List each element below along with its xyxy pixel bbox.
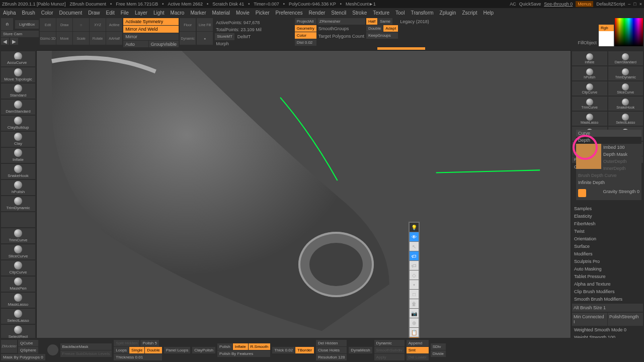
r-brush-slicecurve[interactable]: SliceCurve xyxy=(608,81,643,96)
geometry-button[interactable]: Geometry xyxy=(295,25,316,32)
brush-move-topo[interactable]: Move Topologic xyxy=(1,67,35,82)
symmetry-button[interactable]: Activate Symmetry xyxy=(123,18,179,25)
menus-button[interactable]: Menus xyxy=(576,1,593,7)
paste-icon[interactable]: 📋 xyxy=(410,328,419,337)
section-automasking[interactable]: Auto Masking xyxy=(572,265,643,273)
r-brush-trimcurve[interactable]: TrimCurve xyxy=(572,97,607,111)
brush-clipcurve[interactable]: ClipCurve xyxy=(1,260,35,276)
dynamic-button[interactable]: Dynamic xyxy=(180,32,196,45)
maximize-icon[interactable]: □ xyxy=(633,2,636,7)
lightbulb-icon[interactable]: 💡 xyxy=(410,223,419,232)
resolution-slider[interactable]: Resolution 128 xyxy=(316,354,347,360)
edit-tool[interactable]: Edit xyxy=(40,18,56,31)
minimize-icon[interactable]: – xyxy=(628,2,630,7)
prev-button[interactable]: ◀ xyxy=(1,38,9,45)
actline-tool[interactable]: Actline xyxy=(106,18,122,31)
menu-movie[interactable]: Movie xyxy=(236,10,250,16)
r-brush-damstandard[interactable]: DamStandard xyxy=(608,51,643,65)
r-brush-selectlasso[interactable]: SelectLasso xyxy=(608,112,643,126)
menu-layer[interactable]: Layer xyxy=(135,10,147,16)
gravity-slider[interactable]: Gravity Strength 0 xyxy=(603,189,639,197)
brush-snakehook[interactable]: SnakeHook xyxy=(1,164,35,179)
backface-button[interactable]: BackfaceMask xyxy=(60,343,112,350)
target-icon[interactable]: ⊕ xyxy=(410,318,419,327)
move-tool[interactable]: Move xyxy=(56,32,72,45)
loops-button[interactable]: Loops xyxy=(114,347,129,353)
xyz-tool[interactable]: XYZ xyxy=(90,18,106,31)
color-swatch[interactable] xyxy=(599,31,614,46)
section-sculptris[interactable]: Sculptris Pro xyxy=(572,258,643,265)
floor-button[interactable]: Floor xyxy=(180,18,196,31)
section-modifiers[interactable]: Modifiers xyxy=(572,250,643,257)
eraser-icon[interactable]: ◇ xyxy=(410,270,419,280)
quicksave-button[interactable]: QuickSave xyxy=(519,2,541,7)
brush-standard[interactable]: Standard xyxy=(1,83,35,99)
storemt-button[interactable]: StoreMT xyxy=(215,33,234,40)
menu-help[interactable]: Help xyxy=(483,10,494,16)
zremesher-button[interactable]: ZRemesher xyxy=(317,18,365,25)
menu-transform[interactable]: Transform xyxy=(411,10,433,16)
linefill-button[interactable]: Line Fill xyxy=(197,18,213,31)
storecam-button[interactable]: Store Cam xyxy=(1,31,39,37)
polish-slider[interactable]: Polish 5 xyxy=(140,340,158,346)
slider-bar[interactable] xyxy=(377,47,425,50)
next-button[interactable]: ▶ xyxy=(10,38,18,45)
rgb-button[interactable]: Rgb xyxy=(599,25,614,31)
qcube-button[interactable]: QCube xyxy=(18,340,38,346)
brush-maskpen[interactable]: MaskPen xyxy=(1,277,35,292)
autogroups-button[interactable]: Auto Groups xyxy=(123,41,148,48)
r-brush-inflate[interactable]: Inflate xyxy=(572,51,607,65)
r-brush-hpolish[interactable]: hPolish xyxy=(572,66,607,80)
append-button[interactable]: Append xyxy=(407,340,429,346)
brush-slicecurve[interactable]: SliceCurve xyxy=(1,244,35,259)
dynamesh-button[interactable]: DynaMesh xyxy=(349,347,372,353)
circle-icon[interactable] xyxy=(47,344,58,355)
divide-button[interactable]: Divide xyxy=(431,350,446,357)
r-brush-masklasso[interactable]: MaskLasso xyxy=(572,112,607,126)
trash-icon[interactable]: 🗑 xyxy=(410,299,419,308)
brush-clay[interactable]: Clay xyxy=(1,132,35,147)
menu-color[interactable]: Color xyxy=(41,10,53,16)
section-clipbrush[interactable]: Clip Brush Modifiers xyxy=(572,288,643,295)
menu-stroke[interactable]: Stroke xyxy=(352,10,367,16)
color-picker[interactable] xyxy=(615,18,643,46)
infinite-depth[interactable]: Infinite Depth xyxy=(578,180,605,185)
section-samples[interactable]: Samples xyxy=(572,205,643,212)
rotate-tool[interactable]: Rotate xyxy=(90,32,106,45)
menu-draw[interactable]: Draw xyxy=(88,10,100,16)
draw-tool[interactable]: Draw xyxy=(56,18,72,31)
section-alpha[interactable]: Alpha and Texture xyxy=(572,281,643,288)
maskpoly-slider[interactable]: Mask By Polygroups 0 xyxy=(1,354,45,360)
brush-masklasso[interactable]: MaskLasso xyxy=(1,293,35,308)
gravity-icon[interactable] xyxy=(578,189,586,197)
brush-damstandard[interactable]: DamStandard xyxy=(1,100,35,115)
weighted-smooth[interactable]: Weighted Smooth Mode 0 xyxy=(572,326,643,333)
double-button[interactable]: Double xyxy=(145,347,162,353)
menu-brush[interactable]: Brush xyxy=(22,10,35,16)
alt-brush-slider[interactable]: Alt Brush Size 1 xyxy=(572,304,643,312)
section-fibermesh[interactable]: FiberMesh xyxy=(572,220,643,227)
panelloops-button[interactable]: Panel Loops xyxy=(164,347,190,353)
camera-icon[interactable]: 📷 xyxy=(410,309,419,318)
mirror-weld-button[interactable]: Mirror And Weld xyxy=(123,26,179,33)
menu-macro[interactable]: Macro xyxy=(171,10,185,16)
mirror-button[interactable]: Mirror xyxy=(123,33,179,40)
menu-texture[interactable]: Texture xyxy=(373,10,389,16)
groupvisible-button[interactable]: GroupVisible xyxy=(149,41,179,48)
box-icon[interactable]: □ xyxy=(410,290,419,299)
polish-features[interactable]: Polish By Features xyxy=(217,350,270,357)
scale-tool[interactable]: Scale xyxy=(73,32,89,45)
aahalf-tool[interactable]: AAHalf xyxy=(106,32,122,45)
menu-zscript[interactable]: Zscript xyxy=(462,10,477,16)
menu-render[interactable]: Render xyxy=(309,10,326,16)
tag2-icon[interactable]: 🏷 xyxy=(410,261,419,270)
fillobject-button[interactable]: FillObject xyxy=(577,39,598,46)
brush-claybuildup[interactable]: ClayBuildup xyxy=(1,116,35,131)
thickness-slider[interactable]: Thickness 0.01 xyxy=(114,354,162,360)
menu-document[interactable]: Document xyxy=(59,10,83,16)
brush-trimcurve[interactable]: TrimCurve xyxy=(1,228,35,243)
projection-icon[interactable]: ⟰ xyxy=(1,18,13,30)
menu-picker[interactable]: Picker xyxy=(256,10,270,16)
lightbox-button[interactable]: LightBox xyxy=(15,20,39,29)
menu-light[interactable]: Light xyxy=(153,10,165,16)
